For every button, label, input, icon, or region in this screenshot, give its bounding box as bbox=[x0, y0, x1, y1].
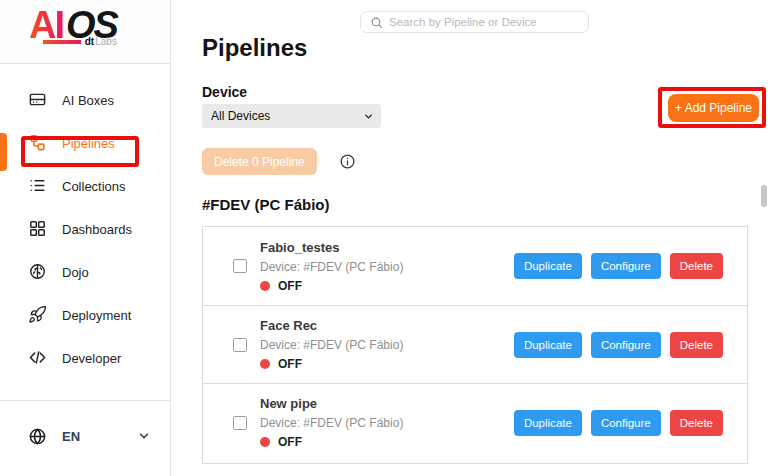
sidebar-divider bbox=[0, 400, 171, 401]
globe-icon bbox=[28, 427, 47, 446]
row-checkbox[interactable] bbox=[233, 259, 247, 273]
pipeline-status: OFF bbox=[260, 279, 403, 293]
sidebar-item-label: Developer bbox=[62, 351, 121, 366]
logo-underline bbox=[43, 40, 81, 44]
delete-button[interactable]: Delete bbox=[670, 253, 723, 279]
chevron-down-icon bbox=[363, 111, 374, 122]
duplicate-button[interactable]: Duplicate bbox=[514, 332, 582, 358]
status-label: OFF bbox=[278, 279, 302, 293]
pipeline-status: OFF bbox=[260, 435, 403, 449]
status-off-dot bbox=[260, 359, 270, 369]
pipeline-device: Device: #FDEV (PC Fábio) bbox=[260, 260, 403, 274]
pipeline-device: Device: #FDEV (PC Fábio) bbox=[260, 338, 403, 352]
configure-button[interactable]: Configure bbox=[591, 332, 661, 358]
info-icon[interactable] bbox=[339, 153, 356, 170]
brain-icon bbox=[28, 262, 47, 284]
device-filter-value: All Devices bbox=[211, 109, 270, 123]
ai-boxes-icon bbox=[28, 90, 47, 112]
search-icon bbox=[370, 16, 383, 29]
row-checkbox[interactable] bbox=[233, 338, 247, 352]
code-icon bbox=[28, 348, 47, 370]
status-label: OFF bbox=[278, 435, 302, 449]
sidebar-item-label: AI Boxes bbox=[62, 93, 114, 108]
logo-labs-text: Labs bbox=[95, 37, 117, 47]
sidebar-item-dojo[interactable]: Dojo bbox=[0, 251, 171, 294]
pipeline-status: OFF bbox=[260, 357, 403, 371]
sidebar-item-label: Dojo bbox=[62, 265, 89, 280]
bulk-delete-button[interactable]: Delete 0 Pipeline bbox=[202, 148, 317, 175]
pipeline-list: Fabio_testes Device: #FDEV (PC Fábio) OF… bbox=[202, 226, 748, 464]
delete-button[interactable]: Delete bbox=[670, 410, 723, 436]
sidebar-item-deployment[interactable]: Deployment bbox=[0, 294, 171, 337]
pipeline-name: Face Rec bbox=[260, 318, 403, 333]
status-off-dot bbox=[260, 437, 270, 447]
duplicate-button[interactable]: Duplicate bbox=[514, 253, 582, 279]
search-input[interactable] bbox=[389, 16, 574, 28]
language-value: EN bbox=[62, 429, 80, 444]
pipeline-name: New pipe bbox=[260, 396, 403, 411]
device-group-title: #FDEV (PC Fábio) bbox=[202, 196, 330, 213]
page-title: Pipelines bbox=[202, 34, 307, 62]
sidebar-item-label: Dashboards bbox=[62, 222, 132, 237]
collections-icon bbox=[28, 176, 47, 198]
row-checkbox[interactable] bbox=[233, 416, 247, 430]
device-filter-select[interactable]: All Devices bbox=[202, 104, 381, 128]
status-off-dot bbox=[260, 281, 270, 291]
duplicate-button[interactable]: Duplicate bbox=[514, 410, 582, 436]
logo-dt-text: dt bbox=[85, 37, 94, 47]
sidebar-item-pipelines[interactable]: Pipelines bbox=[0, 122, 171, 165]
language-selector[interactable]: EN bbox=[0, 420, 171, 452]
add-pipeline-button[interactable]: + Add Pipeline bbox=[668, 94, 759, 122]
chevron-down-icon bbox=[137, 429, 151, 443]
status-label: OFF bbox=[278, 357, 302, 371]
sidebar-item-ai-boxes[interactable]: AI Boxes bbox=[0, 79, 171, 122]
sidebar-item-developer[interactable]: Developer bbox=[0, 337, 171, 380]
app-logo: AIOS dt Labs bbox=[29, 6, 117, 47]
rocket-icon bbox=[28, 305, 47, 327]
pipeline-row: New pipe Device: #FDEV (PC Fábio) OFF Du… bbox=[203, 383, 747, 461]
sidebar-item-label: Collections bbox=[62, 179, 126, 194]
search-box[interactable] bbox=[360, 11, 589, 33]
scrollbar-thumb[interactable] bbox=[761, 185, 767, 207]
sidebar-nav: AI Boxes Pipelines Collections Dashboard… bbox=[0, 79, 171, 380]
main-content: Pipelines Device All Devices + Add Pipel… bbox=[171, 0, 768, 476]
configure-button[interactable]: Configure bbox=[591, 410, 661, 436]
pipeline-row: Face Rec Device: #FDEV (PC Fábio) OFF Du… bbox=[203, 305, 747, 383]
sidebar-item-dashboards[interactable]: Dashboards bbox=[0, 208, 171, 251]
delete-button[interactable]: Delete bbox=[670, 332, 723, 358]
sidebar-item-label: Pipelines bbox=[62, 136, 115, 151]
device-filter-label: Device bbox=[202, 84, 247, 100]
pipeline-row: Fabio_testes Device: #FDEV (PC Fábio) OF… bbox=[203, 227, 747, 305]
logo-ai-text: AI bbox=[29, 6, 63, 44]
pipeline-name: Fabio_testes bbox=[260, 240, 403, 255]
logo-area: AIOS dt Labs bbox=[0, 0, 170, 64]
configure-button[interactable]: Configure bbox=[591, 253, 661, 279]
pipeline-device: Device: #FDEV (PC Fábio) bbox=[260, 416, 403, 430]
sidebar-item-collections[interactable]: Collections bbox=[0, 165, 171, 208]
sidebar-item-label: Deployment bbox=[62, 308, 131, 323]
pipelines-icon bbox=[28, 133, 47, 155]
dashboards-icon bbox=[28, 219, 47, 241]
sidebar: AIOS dt Labs AI Boxes Pipelines Collecti… bbox=[0, 0, 171, 476]
